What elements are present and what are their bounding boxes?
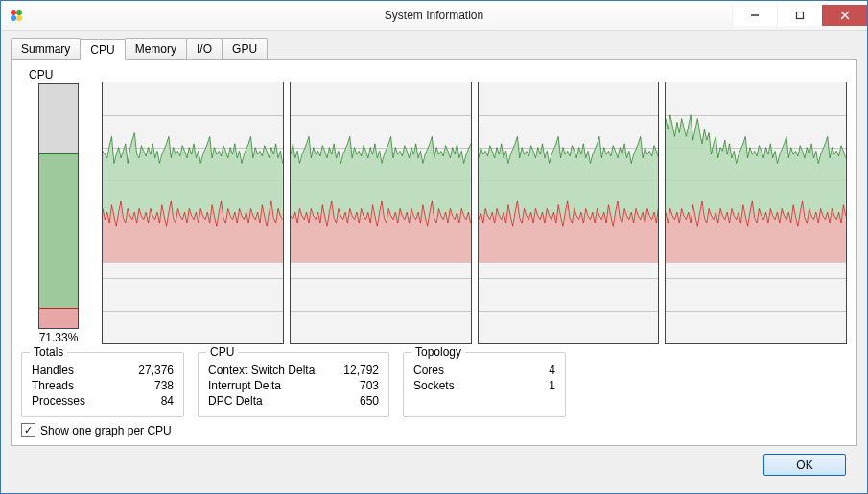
stat-value: 27,376 bbox=[138, 363, 174, 378]
cpu-bar-label: CPU bbox=[29, 68, 53, 82]
per-cpu-checkbox-label: Show one graph per CPU bbox=[40, 424, 172, 437]
stat-label: Handles bbox=[32, 363, 74, 378]
svg-point-2 bbox=[11, 15, 16, 21]
cpu-usage-bar bbox=[38, 83, 79, 329]
maximize-button[interactable] bbox=[777, 5, 822, 26]
cpu-bar-column: CPU 71.33% bbox=[21, 68, 96, 344]
totals-legend: Totals bbox=[30, 345, 67, 359]
cpu-history-graph-3 bbox=[665, 82, 847, 344]
tab-panel-cpu: CPU 71.33% TotalsHandles27,376Threads738… bbox=[11, 59, 857, 446]
cpu-history-graph-1 bbox=[290, 82, 472, 344]
cpu-usage-bar-user bbox=[39, 153, 78, 328]
minimize-button[interactable] bbox=[732, 5, 777, 26]
stat-row: Handles27,376 bbox=[32, 363, 174, 378]
close-button[interactable] bbox=[822, 5, 867, 26]
tab-gpu[interactable]: GPU bbox=[222, 38, 268, 59]
dialog-footer: OK bbox=[11, 446, 857, 483]
cpu-usage-bar-kernel bbox=[39, 308, 78, 328]
stat-row: Sockets1 bbox=[413, 378, 555, 393]
titlebar: System Information bbox=[1, 1, 867, 31]
topology-group: TopologyCores4Sockets1 bbox=[403, 352, 566, 417]
stat-label: Context Switch Delta bbox=[208, 363, 315, 378]
stat-value: 703 bbox=[360, 378, 379, 393]
tab-strip: SummaryCPUMemoryI/OGPU bbox=[11, 38, 857, 59]
stat-row: Threads738 bbox=[32, 378, 174, 393]
svg-point-0 bbox=[11, 10, 16, 15]
stat-row: Interrupt Delta703 bbox=[208, 378, 379, 393]
stat-row: Context Switch Delta12,792 bbox=[208, 363, 379, 378]
per-cpu-checkbox[interactable] bbox=[21, 423, 35, 437]
stat-value: 12,792 bbox=[343, 363, 379, 378]
ok-button[interactable]: OK bbox=[763, 454, 846, 476]
per-cpu-checkbox-row: Show one graph per CPU bbox=[21, 423, 847, 437]
tab-i-o[interactable]: I/O bbox=[186, 38, 223, 59]
window: System Information SummaryCPUMemoryI/OGP… bbox=[0, 0, 868, 494]
stat-row: Processes84 bbox=[32, 393, 174, 409]
stats-row: TotalsHandles27,376Threads738Processes84… bbox=[21, 352, 847, 417]
stat-label: Cores bbox=[413, 363, 444, 378]
stat-value: 84 bbox=[161, 393, 174, 409]
stat-label: Processes bbox=[32, 393, 85, 409]
charts-row: CPU 71.33% bbox=[21, 68, 847, 344]
tab-cpu[interactable]: CPU bbox=[80, 39, 125, 60]
app-icon bbox=[9, 8, 24, 23]
cpu-history-graph-2 bbox=[478, 82, 660, 344]
cpu-usage-percent: 71.33% bbox=[39, 331, 79, 344]
totals-group: TotalsHandles27,376Threads738Processes84 bbox=[21, 352, 184, 417]
tab-summary[interactable]: Summary bbox=[11, 38, 81, 59]
stat-value: 738 bbox=[154, 378, 174, 393]
topology-legend: Topology bbox=[411, 345, 465, 359]
cpu-history-graphs bbox=[102, 82, 847, 344]
svg-point-1 bbox=[16, 10, 22, 15]
stat-label: Interrupt Delta bbox=[208, 378, 281, 393]
cpu-history-graph-0 bbox=[102, 82, 284, 344]
stat-value: 650 bbox=[360, 393, 379, 409]
stat-label: Threads bbox=[32, 378, 74, 393]
stat-label: Sockets bbox=[413, 378, 455, 393]
tab-memory[interactable]: Memory bbox=[125, 38, 187, 59]
svg-point-3 bbox=[16, 15, 22, 21]
stat-value: 1 bbox=[549, 378, 555, 393]
stat-row: Cores4 bbox=[413, 363, 555, 378]
cpu-stats-group: CPUContext Switch Delta12,792Interrupt D… bbox=[198, 352, 389, 417]
stat-row: DPC Delta650 bbox=[208, 393, 379, 409]
cpu-stats-legend: CPU bbox=[206, 345, 238, 359]
window-buttons bbox=[732, 5, 867, 26]
stat-label: DPC Delta bbox=[208, 393, 263, 409]
client-area: SummaryCPUMemoryI/OGPU CPU 71.33% Totals… bbox=[1, 31, 867, 493]
svg-rect-5 bbox=[797, 12, 804, 19]
stat-value: 4 bbox=[549, 363, 555, 378]
